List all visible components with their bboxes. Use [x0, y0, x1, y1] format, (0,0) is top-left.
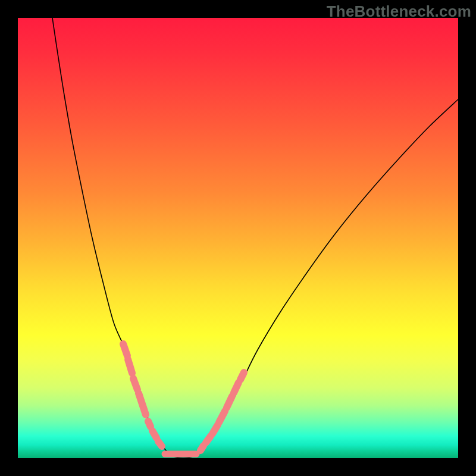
dot-segment	[139, 393, 146, 415]
dot-segment	[234, 383, 239, 393]
left-dot-cluster	[123, 344, 162, 446]
dot-segment	[152, 431, 156, 438]
dot-segment	[201, 446, 203, 450]
curve-line	[52, 18, 458, 458]
dot-segment	[227, 396, 232, 408]
dot-segment	[133, 378, 137, 390]
dot-segment	[148, 421, 151, 427]
plot-area	[18, 18, 458, 458]
dot-segment	[128, 359, 132, 373]
chart-frame: TheBottleneck.com	[0, 0, 476, 476]
right-dot-cluster	[201, 372, 244, 450]
dot-segment	[219, 411, 225, 422]
dot-segment	[212, 425, 218, 434]
bottleneck-curve-chart	[18, 18, 458, 458]
dot-segment	[206, 436, 211, 443]
dot-segment	[123, 344, 127, 356]
dot-segment	[240, 372, 244, 380]
dot-segment	[158, 441, 162, 446]
